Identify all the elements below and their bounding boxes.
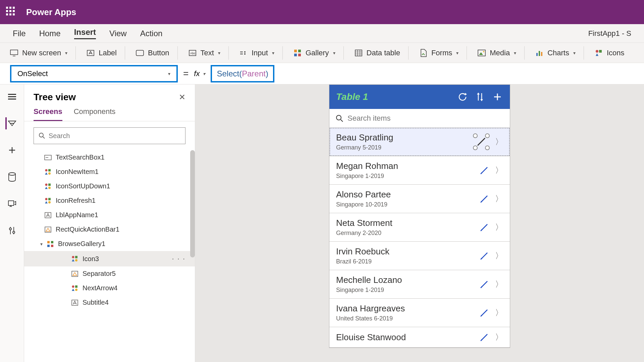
svg-marker-72 [477, 93, 480, 95]
menu-insert[interactable]: Insert [74, 27, 96, 39]
more-icon[interactable]: · · · [172, 254, 185, 263]
item-name: Irvin Roebuck [336, 246, 480, 257]
sort-icon[interactable] [474, 91, 486, 103]
tree-search-input[interactable] [49, 132, 180, 140]
node-label: IconNewItem1 [56, 168, 99, 176]
svg-rect-31 [8, 201, 14, 205]
chevron-right-icon[interactable]: 〉 [495, 136, 503, 147]
ribbon-media[interactable]: Media ▾ [478, 46, 525, 60]
list-item[interactable]: Ivana HargreavesUnited States 6-2019〉 [329, 299, 510, 327]
svg-marker-74 [480, 99, 483, 101]
tree-node[interactable]: RectQuickActionBar1 [24, 222, 195, 237]
menu-file[interactable]: File [13, 29, 26, 38]
item-subtitle: Singapore 10-2019 [336, 201, 480, 208]
svg-point-48 [45, 198, 48, 200]
menu-action[interactable]: Action [140, 29, 163, 38]
ribbon-input[interactable]: Input ▾ [239, 46, 283, 60]
list-item[interactable]: Megan RohmanSingapore 1-2019〉 [329, 156, 510, 185]
scrollbar[interactable] [190, 150, 195, 257]
edit-icon[interactable] [480, 280, 489, 289]
ribbon-new-screen[interactable]: New screen ▾ [10, 46, 76, 60]
svg-rect-19 [478, 50, 485, 56]
chevron-down-icon: ▾ [514, 50, 516, 56]
ribbon-text[interactable]: Abc Text ▾ [189, 46, 229, 60]
formula-input[interactable]: Select(Parent) [211, 65, 274, 82]
edit-icon[interactable] [480, 333, 489, 342]
tree-search[interactable] [34, 127, 185, 144]
svg-marker-54 [46, 228, 50, 231]
add-icon[interactable] [492, 91, 503, 103]
svg-line-82 [481, 196, 487, 202]
chevron-right-icon[interactable]: 〉 [495, 332, 503, 343]
tree-node[interactable]: IconSortUpDown1 [24, 179, 195, 193]
ribbon-gallery[interactable]: Gallery ▾ [293, 46, 344, 60]
tree-node[interactable]: IconNewItem1 [24, 165, 195, 179]
canvas[interactable]: Table 1 Beau SpratlingGermany 5-2019〉Meg… [195, 84, 644, 362]
tab-screens[interactable]: Screens [34, 107, 62, 121]
property-selector[interactable]: OnSelect ▾ [10, 65, 178, 82]
tree-node[interactable]: Subtitle4 [24, 295, 195, 310]
node-label: Icon3 [83, 255, 99, 263]
list-item[interactable]: Beau SpratlingGermany 5-2019〉 [329, 128, 510, 156]
chevron-right-icon[interactable]: 〉 [495, 250, 503, 261]
svg-marker-20 [479, 52, 483, 55]
data-rail-icon[interactable] [6, 171, 18, 183]
edit-icon[interactable] [480, 194, 489, 203]
tree-node[interactable]: ▾BrowseGallery1 [24, 237, 195, 251]
tree-node[interactable]: LblAppName1 [24, 208, 195, 222]
ribbon-label[interactable]: Label [87, 46, 125, 60]
edit-icon[interactable] [480, 166, 489, 175]
tree-view-icon[interactable] [5, 117, 17, 129]
ribbon-data-table[interactable]: Data table [355, 46, 409, 60]
list-item[interactable]: Mechelle LozanoSingapore 1-2019〉 [329, 270, 510, 299]
fx-indicator[interactable]: fx ▾ [194, 69, 205, 78]
chevron-right-icon[interactable]: 〉 [495, 307, 503, 318]
svg-marker-64 [73, 273, 77, 276]
chevron-right-icon[interactable]: 〉 [495, 193, 503, 204]
svg-point-62 [75, 259, 77, 261]
edit-icon[interactable] [480, 251, 489, 260]
node-icon [44, 226, 52, 233]
ribbon-forms[interactable]: Forms ▾ [419, 46, 467, 60]
node-icon [44, 212, 52, 219]
tab-components[interactable]: Components [74, 107, 116, 121]
node-label: BrowseGallery1 [58, 240, 105, 248]
tree-node[interactable]: Separator5 [24, 266, 195, 281]
menu-home[interactable]: Home [39, 29, 61, 38]
selection-handles[interactable] [474, 134, 489, 149]
svg-rect-41 [48, 169, 51, 171]
svg-marker-27 [596, 53, 598, 56]
item-subtitle: Singapore 1-2019 [336, 287, 480, 294]
menu-view[interactable]: View [109, 29, 127, 38]
equals-sign: = [183, 68, 189, 79]
svg-rect-26 [599, 50, 602, 53]
ribbon-charts[interactable]: Charts ▾ [535, 46, 584, 60]
list-item[interactable]: Irvin RoebuckBrazil 6-2019〉 [329, 242, 510, 270]
tree-node[interactable]: IconRefresh1 [24, 193, 195, 208]
node-icon [44, 183, 52, 190]
chevron-right-icon[interactable]: 〉 [495, 165, 503, 176]
edit-icon[interactable] [480, 308, 489, 317]
search-items-input[interactable] [347, 114, 504, 123]
insert-rail-icon[interactable] [6, 144, 18, 156]
tree-node[interactable]: TextSearchBox1 [24, 150, 195, 165]
list-item[interactable]: Alonso ParteeSingapore 10-2019〉 [329, 185, 510, 213]
tree-node[interactable]: NextArrow4 [24, 281, 195, 295]
chevron-down-icon: ▾ [456, 50, 459, 56]
chevron-right-icon[interactable]: 〉 [495, 222, 503, 233]
refresh-icon[interactable] [457, 91, 468, 103]
list-item[interactable]: Elouise Stanwood〉 [329, 327, 510, 348]
app-launcher-icon[interactable] [6, 7, 17, 17]
screen-icon [10, 49, 18, 57]
ribbon-button[interactable]: Button [136, 46, 178, 60]
tree-node[interactable]: Icon3· · · [24, 251, 195, 266]
edit-icon[interactable] [480, 223, 489, 232]
search-icon [39, 132, 45, 139]
list-item[interactable]: Neta StormentGermany 2-2020〉 [329, 213, 510, 242]
hamburger-icon[interactable] [6, 90, 18, 103]
chevron-right-icon[interactable]: 〉 [495, 279, 503, 290]
ribbon-icons[interactable]: Icons [595, 46, 633, 60]
close-icon[interactable]: ✕ [179, 93, 185, 102]
advanced-rail-icon[interactable] [6, 225, 18, 237]
media-rail-icon[interactable] [6, 198, 18, 210]
